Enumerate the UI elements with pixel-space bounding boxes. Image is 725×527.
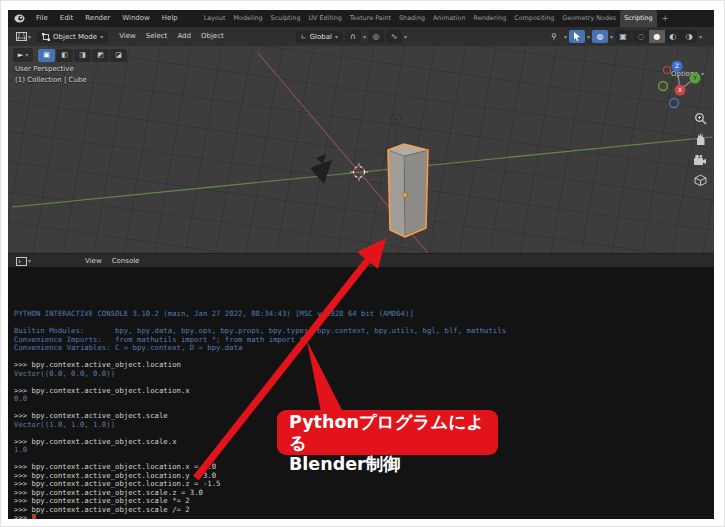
object-origin-dot <box>403 193 407 197</box>
workspace-tab[interactable]: UV Editing <box>304 10 345 27</box>
workspace-tabs: LayoutModelingSculptingUV EditingTexture… <box>200 10 657 27</box>
show-overlays-toggle[interactable]: ◍ <box>592 30 608 43</box>
console-menus: ViewConsole <box>80 254 144 268</box>
select-mode-new-button[interactable]: ▣ <box>38 49 55 62</box>
menu-item[interactable]: Edit <box>54 10 80 27</box>
console-prompt-line[interactable]: >>> <box>8 514 714 519</box>
select-mode-invert-button[interactable]: ◩ <box>92 49 109 62</box>
select-mode-extend-button[interactable]: ◧ <box>56 49 73 62</box>
chevron-down-icon: ▾ <box>100 34 103 40</box>
camera-object <box>310 154 332 184</box>
show-gizmo-toggle[interactable] <box>569 30 585 43</box>
chevron-down-icon: ▾ <box>28 258 31 264</box>
select-mode-subtract-button[interactable]: ◨ <box>74 49 91 62</box>
object-mode-icon <box>42 33 50 41</box>
falloff-icon: ∿ <box>391 32 398 41</box>
workspace-tab[interactable]: Sculpting <box>267 10 305 27</box>
mode-select[interactable]: Object Mode ▾ <box>37 31 108 43</box>
snap-toggle[interactable]: ∩ <box>345 30 361 43</box>
blender-logo-icon[interactable] <box>13 12 26 25</box>
cursor-3d-icon <box>350 163 368 181</box>
workspace-tab[interactable]: Compositing <box>510 10 558 27</box>
orientation-icon: ∟ <box>301 33 307 41</box>
menu-item[interactable]: Window <box>116 10 156 27</box>
console-line: >>> bpy.context.active_object.location <box>14 361 714 370</box>
chevron-down-icon: ▾ <box>25 52 28 58</box>
chevron-down-icon[interactable]: ▾ <box>363 34 366 40</box>
menu-item[interactable]: Help <box>156 10 184 27</box>
menu-item[interactable]: View <box>114 27 141 46</box>
camera-view-button[interactable] <box>693 154 707 166</box>
shading-wireframe-button[interactable]: ◌ <box>633 30 649 43</box>
workspace-tab[interactable]: Shading <box>395 10 429 27</box>
xray-icon: ▣ <box>619 32 627 41</box>
wireframe-sphere-icon: ◌ <box>637 32 644 41</box>
zoom-button[interactable] <box>694 112 707 125</box>
material-sphere-icon: ◐ <box>669 32 676 41</box>
tool-settings-row: ► ▾ ▣ ◧ ◨ ◩ ◪ <box>13 48 127 62</box>
gizmo-axis-neg-z <box>670 99 679 108</box>
callout-line2: Blender制御 <box>289 454 498 475</box>
orthographic-toggle-button[interactable] <box>694 174 707 186</box>
proportional-editing-toggle[interactable]: ◎ <box>368 30 384 43</box>
workspace-tab[interactable]: Modeling <box>230 10 267 27</box>
orientation-label: Global <box>310 33 332 41</box>
console-editor-type-button[interactable]: ▾ <box>13 256 34 267</box>
chevron-down-icon[interactable]: ▾ <box>564 34 567 40</box>
xray-toggle[interactable]: ▣ <box>615 30 631 43</box>
viewport-3d[interactable]: ► ▾ ▣ ◧ ◨ ◩ ◪ Options ▾ User Perspective… <box>8 46 714 253</box>
gizmo-y-label: Y <box>692 74 697 81</box>
gizmos-toggle[interactable]: ⚲ <box>546 30 562 43</box>
menu-item[interactable]: File <box>30 10 54 27</box>
workspace-tab[interactable]: Geometry Nodes <box>558 10 620 27</box>
menu-item[interactable]: Console <box>107 254 145 268</box>
workspace-tab[interactable]: Animation <box>429 10 470 27</box>
console-header: ▾ ViewConsole <box>8 253 714 268</box>
shading-mode-group: ◌ ● ◐ ◑ <box>633 30 697 43</box>
shading-solid-button[interactable]: ● <box>649 30 665 43</box>
viewport-editor-icon <box>16 32 27 41</box>
workspace-tab[interactable]: Rendering <box>470 10 511 27</box>
menu-item[interactable]: Select <box>141 27 173 46</box>
menu-item[interactable]: Render <box>79 10 116 27</box>
menu-item[interactable]: Add <box>172 27 196 46</box>
console-line: Vector((0.0, 0.0, 0.0)) <box>14 370 714 379</box>
console-line: 0.0 <box>14 395 714 404</box>
chevron-down-icon[interactable]: ▾ <box>587 34 590 40</box>
gizmo-z-label: Z <box>675 62 679 69</box>
chevron-down-icon[interactable]: ▾ <box>610 34 613 40</box>
cube-object <box>388 144 428 237</box>
pan-hand-button[interactable] <box>694 133 707 146</box>
navigation-gizmo[interactable]: Z Y X <box>652 54 708 116</box>
select-mode-intersect-button[interactable]: ◪ <box>110 49 127 62</box>
orientation-select[interactable]: ∟ Global ▾ <box>296 31 343 43</box>
viewport-nav-buttons <box>693 112 707 186</box>
transform-settings: ∟ Global ▾ ∩ ▾ ◎ ∿ ▾ <box>293 30 407 43</box>
workspace-tab[interactable]: Texture Paint <box>346 10 395 27</box>
shading-material-button[interactable]: ◐ <box>665 30 681 43</box>
active-tool-button[interactable]: ► ▾ <box>13 48 33 62</box>
workspace-tab[interactable]: Layout <box>200 10 230 27</box>
console-line: >>> bpy.context.active_object.location.x <box>14 387 714 396</box>
python-console[interactable]: PYTHON INTERACTIVE CONSOLE 3.10.2 (main,… <box>8 267 714 519</box>
console-line: PYTHON INTERACTIVE CONSOLE 3.10.2 (main,… <box>14 310 714 319</box>
editor-type-button[interactable]: ▾ <box>13 31 34 42</box>
y-axis-line <box>12 137 712 207</box>
select-mode-group: ▣ ◧ ◨ ◩ ◪ <box>38 49 127 62</box>
workspace-tab[interactable]: Scripting <box>620 10 656 27</box>
console-line: Convenience Variables: C = bpy.context, … <box>14 344 714 353</box>
viewport-header: ▾ Object Mode ▾ ViewSelectAddObject ∟ Gl… <box>8 27 714 47</box>
annotation-callout: Pythonプログラムによる Blender制御 <box>277 410 498 455</box>
menu-item[interactable]: View <box>80 254 107 268</box>
add-workspace-button[interactable]: + <box>657 14 674 23</box>
x-axis-line <box>258 53 428 253</box>
console-lines: PYTHON INTERACTIVE CONSOLE 3.10.2 (main,… <box>8 267 714 514</box>
chevron-down-icon[interactable]: ▾ <box>699 34 702 40</box>
gizmo-axis-neg-x <box>664 67 671 74</box>
menu-item[interactable]: Object <box>196 27 229 46</box>
shading-rendered-button[interactable]: ◑ <box>681 30 697 43</box>
cursor-arrow-icon <box>573 32 581 41</box>
falloff-button[interactable]: ∿ <box>386 30 402 43</box>
prompt-label: >>> <box>14 513 32 519</box>
chevron-down-icon[interactable]: ▾ <box>404 34 407 40</box>
